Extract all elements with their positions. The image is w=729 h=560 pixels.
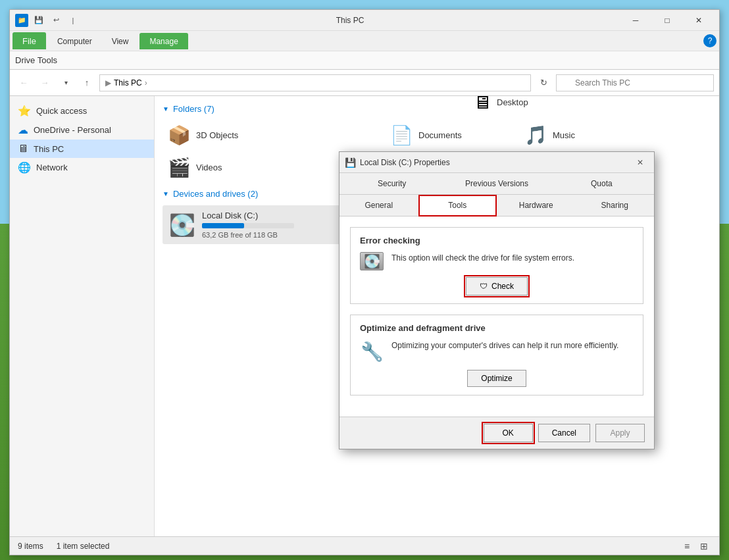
dialog-title: Local Disk (C:) Properties	[360, 158, 632, 167]
tab-sharing[interactable]: Sharing	[576, 195, 655, 216]
cancel-button[interactable]: Cancel	[538, 424, 590, 442]
dialog-app-icon: 💾	[345, 157, 356, 168]
apply-button[interactable]: Apply	[595, 424, 645, 442]
error-checking-row: 💽 This option will check the drive for f…	[360, 252, 634, 270]
dialog-overlay: 💾 Local Disk (C:) Properties ✕ Security …	[0, 0, 729, 560]
properties-dialog: 💾 Local Disk (C:) Properties ✕ Security …	[339, 151, 655, 449]
optimize-icon: 🔧	[360, 340, 384, 363]
dialog-footer: OK Cancel Apply	[339, 417, 654, 449]
tab-hardware[interactable]: Hardware	[497, 195, 576, 216]
ok-button[interactable]: OK	[484, 424, 533, 442]
dialog-tabs-row1: Security Previous Versions Quota	[339, 173, 654, 195]
optimize-row: 🔧 Optimizing your computer's drives can …	[360, 340, 634, 363]
tab-security[interactable]: Security	[339, 173, 444, 194]
error-checking-description: This option will check the drive for fil…	[391, 252, 574, 264]
optimize-section: Optimize and defragment drive 🔧 Optimizi…	[350, 315, 643, 395]
tab-previous-versions[interactable]: Previous Versions	[444, 173, 549, 194]
dialog-close-button[interactable]: ✕	[632, 155, 649, 170]
tab-tools[interactable]: Tools	[418, 195, 497, 216]
check-button[interactable]: 🛡 Check	[466, 277, 528, 295]
dialog-tabs-row2: General Tools Hardware Sharing	[339, 195, 654, 216]
optimize-button[interactable]: Optimize	[467, 370, 526, 387]
optimize-description: Optimizing your computer's drives can he…	[391, 340, 618, 351]
optimize-title: Optimize and defragment drive	[360, 323, 634, 333]
tab-general[interactable]: General	[339, 195, 418, 216]
disk-icon: 💽	[360, 252, 384, 270]
shield-icon: 🛡	[480, 282, 488, 291]
error-checking-section: Error checking 💽 This option will check …	[350, 227, 643, 304]
error-checking-title: Error checking	[360, 236, 634, 245]
dialog-body: Error checking 💽 This option will check …	[339, 216, 654, 417]
tab-quota[interactable]: Quota	[549, 173, 654, 194]
dialog-title-bar: 💾 Local Disk (C:) Properties ✕	[339, 152, 654, 173]
